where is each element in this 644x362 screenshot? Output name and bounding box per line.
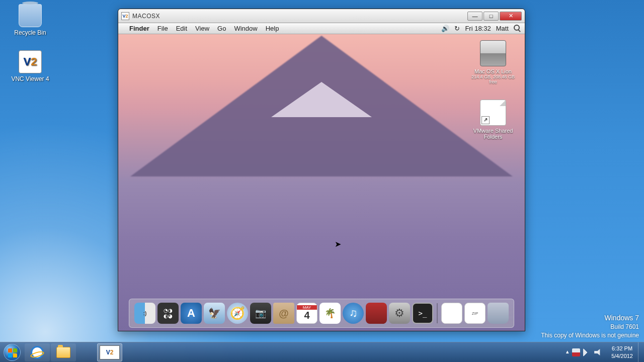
dock-terminal[interactable] (412, 303, 433, 324)
mac-dock: ◔◑◐◕ MAY 4 (129, 299, 514, 328)
dock-zip-file[interactable] (464, 303, 486, 324)
menu-app-name[interactable]: Finder (129, 25, 149, 32)
wallpaper-snowcap (271, 82, 372, 117)
vnc-window: V2 MACOSX — □ ✕ Finder File Edit View Go… (118, 9, 525, 331)
menubar-user[interactable]: Matt (496, 25, 509, 32)
taskbar-explorer[interactable] (51, 343, 76, 361)
vnc-viewer-icon: V2 (19, 50, 42, 73)
start-button[interactable] (0, 342, 24, 363)
spotlight-icon[interactable] (514, 25, 520, 32)
hdd-info: 214.4 GB, 208.46 GB free (470, 74, 516, 84)
dock-itunes[interactable] (343, 303, 364, 324)
dock-separator (437, 303, 438, 323)
mac-remote-screen: Finder File Edit View Go Window Help 🔊 ↻… (118, 23, 525, 331)
vnc-viewer-label: VNC Viewer 4 (10, 75, 50, 82)
desktop-icon-recycle-bin[interactable]: Recycle Bin (10, 4, 50, 36)
menu-edit[interactable]: Edit (176, 25, 187, 32)
show-desktop-button[interactable] (638, 342, 644, 363)
vnc-thumb-icon: V2 (100, 345, 120, 359)
ie-icon (31, 346, 44, 359)
vmware-folders-label: VMware Shared Folders (470, 128, 516, 140)
menu-window[interactable]: Window (234, 25, 257, 32)
mac-desktop[interactable]: ➤ Mac OS X Lion 214.4 GB, 208.46 GB free… (118, 34, 525, 331)
hdd-icon (480, 40, 506, 66)
dock-mail[interactable] (204, 303, 225, 324)
start-orb-icon (4, 344, 21, 361)
taskbar-vnc-viewer[interactable]: V2 (97, 343, 122, 361)
menu-file[interactable]: File (157, 25, 168, 32)
tray-volume-icon[interactable] (594, 348, 602, 356)
alias-file-icon (480, 100, 506, 126)
cal-day: 4 (304, 310, 309, 321)
desktop-icon-vnc-viewer[interactable]: V2 VNC Viewer 4 (10, 50, 50, 82)
cal-month: MAY (297, 305, 317, 310)
vnc-titlebar[interactable]: V2 MACOSX — □ ✕ (118, 9, 525, 23)
clock-time: 6:32 PM (611, 345, 633, 352)
recycle-bin-icon (19, 4, 42, 27)
clock-date: 5/4/2012 (611, 352, 633, 359)
desktop-vmware-folders[interactable]: VMware Shared Folders (470, 100, 516, 140)
dock-ical[interactable]: MAY 4 (296, 303, 317, 324)
menubar-clock[interactable]: Fri 18:32 (465, 25, 491, 32)
windows-watermark: Windows 7 Build 7601 This copy of Window… (541, 313, 639, 340)
dock-trash[interactable] (488, 303, 509, 324)
dock-dashboard[interactable]: ◔◑◐◕ (157, 303, 179, 324)
menu-go[interactable]: Go (217, 25, 226, 32)
dock-facetime[interactable] (250, 303, 271, 324)
vnc-titlebar-icon: V2 (121, 12, 129, 20)
dock-safari[interactable] (227, 303, 248, 324)
dock-finder[interactable] (134, 303, 155, 324)
windows-taskbar: V2 ▴ 6:32 PM 5/4/2012 (0, 342, 644, 362)
cursor-icon: ➤ (335, 239, 341, 249)
recycle-bin-label: Recycle Bin (10, 29, 50, 36)
tray-show-hidden[interactable]: ▴ (566, 348, 569, 356)
taskbar-clock[interactable]: 6:32 PM 5/4/2012 (606, 345, 638, 359)
volume-icon[interactable]: 🔊 (441, 25, 449, 32)
dock-appstore[interactable] (181, 303, 202, 324)
close-button[interactable]: ✕ (500, 12, 522, 21)
time-machine-icon[interactable]: ↻ (454, 25, 460, 32)
dock-photo-booth[interactable] (366, 303, 387, 324)
watermark-line1: Windows 7 (541, 313, 639, 323)
vnc-window-title: MACOSX (132, 13, 160, 20)
minimize-button[interactable]: — (467, 12, 482, 21)
dock-system-preferences[interactable] (389, 303, 410, 324)
hdd-name: Mac OS X Lion (470, 68, 516, 74)
dock-iphoto[interactable] (319, 303, 341, 324)
menu-help[interactable]: Help (266, 25, 279, 32)
watermark-line2: Build 7601 (541, 323, 639, 331)
menu-view[interactable]: View (195, 25, 209, 32)
maximize-button[interactable]: □ (484, 12, 499, 21)
taskbar-ie[interactable] (25, 343, 50, 361)
desktop-hdd[interactable]: Mac OS X Lion 214.4 GB, 208.46 GB free (470, 40, 516, 84)
tray-network-icon[interactable] (583, 348, 591, 356)
mac-menubar: Finder File Edit View Go Window Help 🔊 ↻… (118, 23, 525, 34)
watermark-line3: This copy of Windows is not genuine (541, 331, 639, 340)
tray-action-center-icon[interactable] (572, 348, 580, 356)
dock-address-book[interactable] (273, 303, 294, 324)
system-tray: ▴ 6:32 PM 5/4/2012 (562, 342, 644, 362)
folder-icon (56, 347, 70, 358)
dock-document[interactable] (441, 303, 462, 324)
